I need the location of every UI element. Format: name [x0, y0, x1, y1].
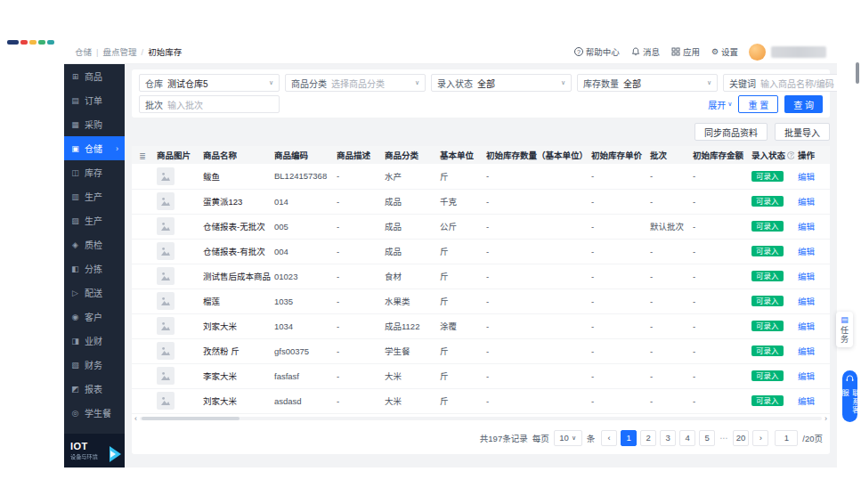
sidebar-item-business-finance[interactable]: ◨业财 — [64, 329, 125, 353]
sidebar-item-warehouse[interactable]: ▣仓储› — [64, 136, 125, 160]
cell-code: 004 — [271, 239, 333, 264]
breadcrumb-item[interactable]: 仓储 — [75, 45, 92, 58]
cell-price: - — [588, 289, 646, 313]
edit-link[interactable]: 编辑 — [798, 396, 815, 406]
sidebar-item-inventory[interactable]: ◫库存 — [64, 160, 125, 184]
topbar-action-label: 消息 — [643, 45, 660, 58]
page-button-3[interactable]: 3 — [660, 430, 676, 446]
next-page-button[interactable]: › — [752, 430, 768, 446]
topbar-action-label: 帮助中心 — [586, 45, 620, 58]
sidebar-item-student-meals[interactable]: ◎学生餐 — [64, 401, 125, 425]
cell-desc: - — [333, 289, 381, 313]
sidebar-item-quality[interactable]: ◈质检 — [64, 232, 125, 256]
query-button[interactable]: 查 询 — [784, 95, 823, 113]
column-config-icon[interactable]: ≣ — [139, 151, 146, 160]
sidebar-item-products[interactable]: ⊞商品 — [64, 64, 125, 88]
filter-warehouse[interactable]: 仓库测试仓库5∨ — [139, 74, 280, 92]
table-row: 鲅鱼BL124157368-水产斤----可录入编辑 — [132, 164, 830, 189]
scroll-left-icon[interactable]: ‹ — [134, 415, 137, 423]
cell-qty: - — [483, 289, 588, 313]
jump-page-input[interactable]: 1 — [775, 430, 798, 446]
filter-row-2-fields: 批次输入批次 — [139, 95, 280, 113]
topbar-apps[interactable]: 应用 — [671, 45, 700, 58]
sidebar-item-customers[interactable]: ◉客户 — [64, 305, 125, 329]
chevron-down-icon: ∨ — [269, 79, 273, 86]
page-button-1[interactable]: 1 — [621, 430, 637, 446]
filter-stock-qty[interactable]: 库存数量全部∨ — [577, 74, 718, 92]
cell-batch: - — [646, 239, 689, 264]
tasks-label: 任务 — [839, 326, 850, 344]
page-button-4[interactable]: 4 — [679, 430, 695, 446]
edit-link[interactable]: 编辑 — [798, 272, 815, 281]
page-button-20[interactable]: 20 — [733, 430, 750, 446]
tasks-float-tab[interactable]: ▤ 任务 — [836, 312, 853, 347]
edit-link[interactable]: 编辑 — [798, 371, 815, 381]
sidebar-item-reports[interactable]: ◩报表 — [64, 377, 125, 401]
edit-link[interactable]: 编辑 — [798, 222, 815, 232]
cell-amount: - — [689, 214, 748, 239]
column-label: 商品图片 — [157, 150, 191, 160]
sidebar-item-production-1[interactable]: ▥生产 — [64, 184, 125, 208]
sync-products-button[interactable]: 同步商品资料 — [694, 123, 768, 141]
status-badge: 可录入 — [751, 321, 784, 332]
sidebar-item-delivery[interactable]: ▷配送 — [64, 280, 125, 305]
sidebar-item-label: 报表 — [85, 382, 102, 395]
sidebar-item-sorting[interactable]: ◧分拣 — [64, 256, 125, 280]
edit-link[interactable]: 编辑 — [798, 172, 815, 182]
page-size-select[interactable]: 10 ∨ — [554, 430, 582, 446]
filter-batch[interactable]: 批次输入批次 — [139, 95, 280, 113]
edit-link[interactable]: 编辑 — [798, 197, 815, 207]
product-image-cell — [153, 388, 199, 413]
cell-unit: 千克 — [436, 189, 483, 214]
per-page-label: 每页 — [532, 432, 549, 444]
filter-label: 商品分类 — [291, 77, 327, 90]
filter-value: 输入商品名称/编码 — [760, 77, 834, 90]
edit-link[interactable]: 编辑 — [798, 346, 815, 356]
cell-code: asdasd — [271, 388, 333, 413]
scroll-right-icon[interactable]: › — [824, 415, 827, 423]
scrollbar-track[interactable] — [140, 417, 822, 420]
reset-button[interactable]: 重 置 — [738, 95, 778, 113]
filter-keyword[interactable]: 关键词输入商品名称/编码 — [723, 74, 837, 92]
cell-name: 仓储报表-无批次 — [199, 214, 271, 239]
edit-link[interactable]: 编辑 — [798, 247, 815, 256]
avatar[interactable] — [749, 44, 766, 61]
contact-support-button[interactable]: 联系客服 — [842, 370, 857, 422]
status-badge: 可录入 — [751, 395, 784, 407]
breadcrumb-item[interactable]: 盘点管理 — [102, 45, 136, 58]
info-icon[interactable]: ? — [787, 151, 794, 159]
topbar-messages[interactable]: 消息 — [631, 45, 660, 58]
sidebar-item-finance[interactable]: ▧财务 — [64, 353, 125, 377]
cell-name: 刘家大米 — [199, 388, 271, 413]
prev-page-button[interactable]: ‹ — [601, 430, 617, 446]
sidebar-item-label: 库存 — [85, 166, 102, 179]
expand-filters-link[interactable]: 展开 ∨ — [708, 98, 732, 111]
page-scrollbar-thumb[interactable] — [856, 62, 859, 84]
page-button-5[interactable]: 5 — [699, 430, 715, 446]
cell-category: 成品 — [381, 189, 436, 214]
column-label: 商品描述 — [337, 150, 370, 160]
toolbar: 同步商品资料 批量导入 — [132, 123, 830, 141]
filter-category[interactable]: 商品分类选择商品分类∨ — [285, 74, 426, 92]
sidebar-item-purchasing[interactable]: ▦采购 — [64, 112, 125, 136]
horizontal-scrollbar[interactable]: ‹ › — [132, 414, 830, 424]
product-image-cell — [153, 338, 199, 363]
topbar-help[interactable]: ?帮助中心 — [574, 45, 620, 58]
edit-link[interactable]: 编辑 — [798, 297, 815, 306]
filter-entry-status[interactable]: 录入状态全部∨ — [431, 74, 572, 92]
sidebar-item-production-2[interactable]: ▨生产 — [64, 208, 125, 232]
edit-link[interactable]: 编辑 — [798, 321, 815, 331]
column-label: 商品分类 — [385, 150, 418, 160]
page-button-2[interactable]: 2 — [640, 430, 656, 446]
sidebar-item-label: 生产 — [85, 214, 102, 227]
sidebar-item-orders[interactable]: ▤订单 — [64, 88, 125, 112]
customers-icon: ◉ — [70, 313, 80, 321]
product-image-cell — [153, 189, 199, 214]
topbar-settings[interactable]: ⚙设置 — [711, 45, 738, 58]
scrollbar-thumb[interactable] — [142, 417, 240, 420]
business-finance-icon: ◨ — [70, 337, 80, 345]
cell-action: 编辑 — [794, 189, 830, 214]
batch-import-button[interactable]: 批量导入 — [775, 123, 830, 141]
chevron-down-icon: ∨ — [572, 435, 576, 442]
cell-batch: - — [646, 164, 689, 189]
